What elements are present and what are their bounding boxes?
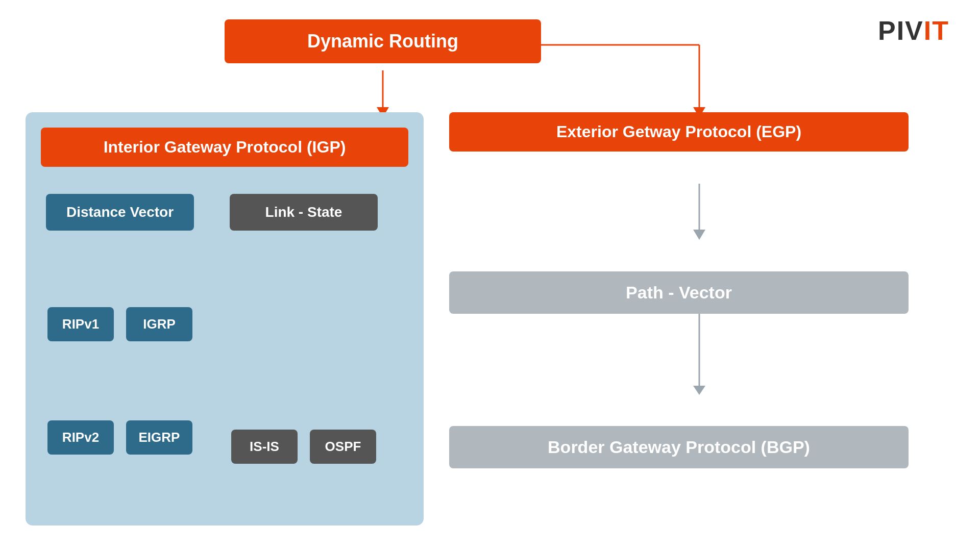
dynamic-routing-node: Dynamic Routing (225, 19, 541, 63)
distance-vector-box: Distance Vector (46, 194, 194, 231)
link-state-node: Link - State IS-IS OSPF (230, 194, 378, 464)
link-state-box: Link - State (230, 194, 378, 231)
ripv2-box: RIPv2 (47, 420, 114, 455)
isis-box: IS-IS (231, 430, 298, 464)
ospf-box: OSPF (310, 430, 376, 464)
eigrp-box: EIGRP (126, 420, 192, 455)
egp-title-node: Exterior Getway Protocol (EGP) (449, 112, 909, 152)
pivit-logo: PIVIT (878, 15, 949, 46)
igrp-box: IGRP (126, 307, 192, 341)
dv-grandchildren-row: RIPv2 EIGRP (46, 420, 194, 455)
dynamic-routing-box: Dynamic Routing (225, 19, 541, 63)
igp-title-box: Interior Gateway Protocol (IGP) (41, 128, 408, 167)
egp-title-box: Exterior Getway Protocol (EGP) (449, 112, 909, 152)
logo-piv: PIV (878, 16, 924, 45)
page-container: PIVIT (0, 0, 980, 551)
egp-section: Exterior Getway Protocol (EGP) Path - Ve… (449, 112, 909, 468)
bgp-box: Border Gateway Protocol (BGP) (449, 426, 909, 468)
dv-children-row: RIPv1 IGRP (46, 307, 194, 341)
ripv1-box: RIPv1 (47, 307, 114, 341)
path-vector-box: Path - Vector (449, 271, 909, 314)
logo-it: IT (924, 16, 949, 45)
ls-children-row: IS-IS OSPF (230, 430, 378, 464)
bgp-node: Border Gateway Protocol (BGP) (449, 426, 909, 468)
distance-vector-node: Distance Vector RIPv1 IGRP RIPv2 EIGRP (46, 194, 194, 455)
path-vector-node: Path - Vector (449, 271, 909, 314)
igp-section: Interior Gateway Protocol (IGP) Distance… (26, 112, 424, 525)
